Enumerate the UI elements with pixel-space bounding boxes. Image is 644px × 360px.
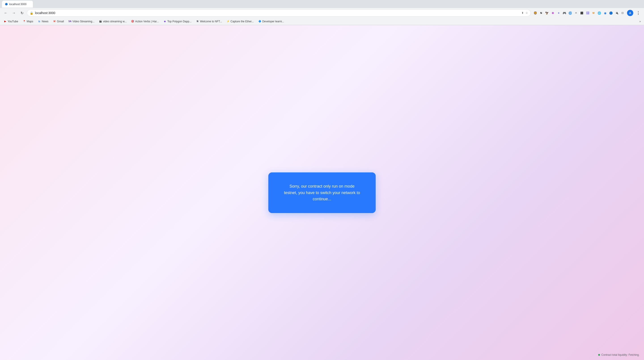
bookmark-label: Capture the Ether... bbox=[230, 20, 254, 23]
save-page-icon: ⬆ bbox=[522, 11, 524, 14]
bookmark-label: News bbox=[42, 20, 48, 23]
bookmark-label: Video Streaming... bbox=[72, 20, 94, 23]
ext-flowbite[interactable]: ❋ bbox=[550, 10, 556, 16]
bookmark-maps[interactable]: 📍 Maps bbox=[21, 19, 35, 24]
error-message: Sorry, our contract only run on mode tes… bbox=[283, 183, 361, 202]
bookmark-label: Developer learni... bbox=[262, 20, 284, 23]
bookmarks-bar: ▶ YouTube 📍 Maps N News M Gmail SA Video… bbox=[0, 18, 644, 25]
ext-web3[interactable]: 🌐 bbox=[596, 10, 602, 16]
ext-circle[interactable]: ◉ bbox=[602, 10, 608, 16]
capture-ether-favicon: ⚡ bbox=[226, 20, 230, 23]
status-bar: Contract total liquidity: Fetching. bbox=[598, 353, 640, 357]
bookmark-capture-ether[interactable]: ⚡ Capture the Ether... bbox=[225, 19, 256, 24]
bookmark-label: Welcome to NFT... bbox=[200, 20, 222, 23]
bookmark-polygon[interactable]: ◆ Top Polygon Dapp... bbox=[162, 19, 193, 24]
browser-chrome: 🔵 localhost:3000 ← → ↻ 🔒 localhost:3000 … bbox=[0, 0, 644, 25]
bookmark-video1[interactable]: SA Video Streaming... bbox=[67, 19, 96, 24]
nft-favicon: N bbox=[196, 20, 199, 23]
forward-button[interactable]: → bbox=[11, 10, 17, 16]
gmail-favicon: M bbox=[53, 20, 56, 23]
bookmark-youtube[interactable]: ▶ YouTube bbox=[2, 19, 20, 24]
status-dot bbox=[598, 354, 600, 356]
youtube-favicon: ▶ bbox=[4, 20, 7, 23]
tab-bar: 🔵 localhost:3000 bbox=[0, 0, 644, 8]
bookmark-gmail[interactable]: M Gmail bbox=[51, 19, 66, 24]
status-text: Contract total liquidity: Fetching. bbox=[601, 353, 640, 357]
bookmark-label: video streaming w... bbox=[103, 20, 126, 23]
ext-metamask[interactable]: M bbox=[591, 10, 596, 16]
ext-poker[interactable]: 🎮 bbox=[562, 10, 567, 16]
address-bar[interactable]: 🔒 localhost:3000 ⬆ ☆ bbox=[27, 9, 531, 16]
extension-icons: 🦁 N 🦅 ❋ ✦ 🎮 🌀 ✕ ⬛ 🅿 M 🌐 ◉ 🔵 🔌 ⊟ bbox=[533, 10, 625, 16]
toolbar: ← → ↻ 🔒 localhost:3000 ⬆ ☆ 🦁 N 🦅 ❋ ✦ 🎮 🌀… bbox=[0, 8, 644, 18]
tab-title: localhost:3000 bbox=[9, 3, 26, 6]
extensions-button[interactable]: 🔌 bbox=[614, 10, 620, 16]
action-verbs-favicon: 🎯 bbox=[131, 20, 134, 23]
video1-favicon: SA bbox=[68, 20, 72, 23]
bookmark-label: Maps bbox=[26, 20, 33, 23]
tab-favicon: 🔵 bbox=[5, 3, 8, 6]
bookmark-action-verbs[interactable]: 🎯 Action Verbs | Har... bbox=[129, 19, 160, 24]
bookmark-developer[interactable]: 🔷 Developer learni... bbox=[256, 19, 286, 24]
developer-favicon: 🔷 bbox=[258, 20, 262, 23]
sidebar-button[interactable]: ⊟ bbox=[620, 10, 625, 16]
polygon-favicon: ◆ bbox=[163, 20, 166, 23]
bookmark-nft[interactable]: N Welcome to NFT... bbox=[194, 19, 224, 24]
bookmark-label: Action Verbs | Har... bbox=[135, 20, 159, 23]
bookmark-label: Gmail bbox=[57, 20, 64, 23]
ext-dark[interactable]: ⬛ bbox=[579, 10, 584, 16]
page-content: Sorry, our contract only run on mode tes… bbox=[0, 25, 644, 360]
bookmark-icon[interactable]: ☆ bbox=[526, 11, 528, 14]
bookmark-label: YouTube bbox=[8, 20, 18, 23]
bookmarks-more-button[interactable]: » bbox=[638, 19, 642, 24]
ext-phantom[interactable]: 🅿 bbox=[585, 10, 590, 16]
reload-button[interactable]: ↻ bbox=[19, 10, 25, 16]
ext-brave[interactable]: 🦁 bbox=[533, 10, 538, 16]
ext-keplr[interactable]: 🦅 bbox=[544, 10, 550, 16]
active-tab[interactable]: 🔵 localhost:3000 bbox=[2, 0, 33, 7]
maps-favicon: 📍 bbox=[22, 20, 26, 23]
ext-close[interactable]: ✕ bbox=[573, 10, 579, 16]
news-favicon: N bbox=[38, 20, 41, 23]
error-card: Sorry, our contract only run on mode tes… bbox=[268, 173, 376, 213]
profile-icon[interactable]: A bbox=[627, 10, 633, 16]
ext-polkadot[interactable]: 🌀 bbox=[568, 10, 573, 16]
back-button[interactable]: ← bbox=[3, 10, 9, 16]
menu-button[interactable]: ⋮ bbox=[635, 10, 641, 16]
bookmark-label: Top Polygon Dapp... bbox=[167, 20, 192, 23]
address-text: localhost:3000 bbox=[35, 11, 519, 15]
bookmark-video2[interactable]: 🎬 video streaming w... bbox=[97, 19, 128, 24]
video2-favicon: 🎬 bbox=[99, 20, 102, 23]
ext-blue[interactable]: 🔵 bbox=[608, 10, 614, 16]
ext-notion[interactable]: N bbox=[538, 10, 544, 16]
bookmark-news[interactable]: N News bbox=[36, 19, 50, 24]
lock-icon: 🔒 bbox=[30, 11, 33, 15]
ext-perplexity[interactable]: ✦ bbox=[556, 10, 561, 16]
